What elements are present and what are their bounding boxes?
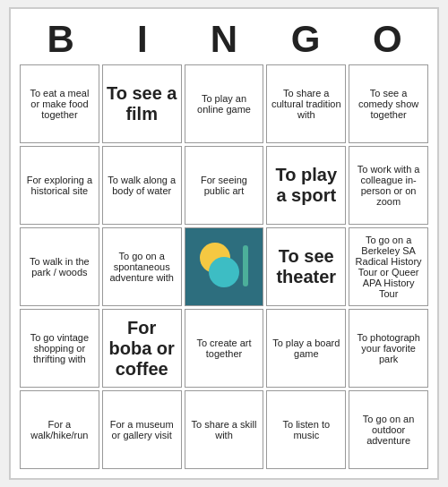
bingo-cell-7[interactable]: For seeing public art: [185, 146, 264, 225]
bingo-card: BINGO To eat a meal or make food togethe…: [9, 7, 439, 480]
bingo-cell-21[interactable]: For a museum or gallery visit: [102, 390, 182, 469]
bingo-cell-5[interactable]: For exploring a historical site: [20, 146, 99, 225]
bingo-cell-14[interactable]: To go on a Berkeley SA Radical History T…: [349, 227, 428, 306]
bingo-cell-15[interactable]: To go vintage shopping or thrifting with: [20, 309, 99, 388]
bingo-cell-1[interactable]: To see a film: [102, 64, 182, 143]
bingo-cell-0[interactable]: To eat a meal or make food together: [20, 64, 99, 143]
bingo-cell-13[interactable]: To see theater: [266, 227, 346, 306]
bingo-cell-3[interactable]: To share a cultural tradition with: [266, 64, 346, 143]
bingo-cell-22[interactable]: To share a skill with: [185, 390, 264, 469]
bingo-letter-b: B: [22, 18, 100, 61]
bingo-cell-6[interactable]: To walk along a body of water: [102, 146, 182, 225]
bingo-cell-11[interactable]: To go on a spontaneous adventure with: [102, 227, 182, 306]
bingo-grid: To eat a meal or make food togetherTo se…: [20, 64, 428, 469]
bingo-cell-10[interactable]: To walk in the park / woods: [20, 227, 99, 306]
bingo-cell-20[interactable]: For a walk/hike/run: [20, 390, 99, 469]
bingo-header: BINGO: [20, 18, 428, 61]
free-space-bar: [243, 245, 248, 286]
bingo-letter-o: O: [348, 18, 426, 61]
bingo-cell-12[interactable]: [185, 227, 264, 306]
bingo-letter-g: G: [266, 18, 345, 61]
bingo-letter-i: I: [103, 18, 182, 61]
circle-teal: [209, 257, 239, 287]
bingo-letter-n: N: [185, 18, 263, 61]
bingo-cell-2[interactable]: To play an online game: [185, 64, 264, 143]
free-space-content: [200, 243, 248, 291]
bingo-cell-4[interactable]: To see a comedy show together: [349, 64, 428, 143]
bingo-cell-19[interactable]: To photograph your favorite park: [349, 309, 428, 388]
bingo-cell-17[interactable]: To create art together: [185, 309, 264, 388]
bingo-cell-18[interactable]: To play a board game: [266, 309, 346, 388]
bingo-cell-23[interactable]: To listen to music: [266, 390, 346, 469]
free-space-circles: [200, 243, 248, 287]
bingo-cell-16[interactable]: For boba or coffee: [102, 309, 182, 388]
bingo-cell-9[interactable]: To work with a colleague in-person or on…: [349, 146, 428, 225]
bingo-cell-8[interactable]: To play a sport: [266, 146, 346, 225]
bingo-cell-24[interactable]: To go on an outdoor adventure: [349, 390, 428, 469]
